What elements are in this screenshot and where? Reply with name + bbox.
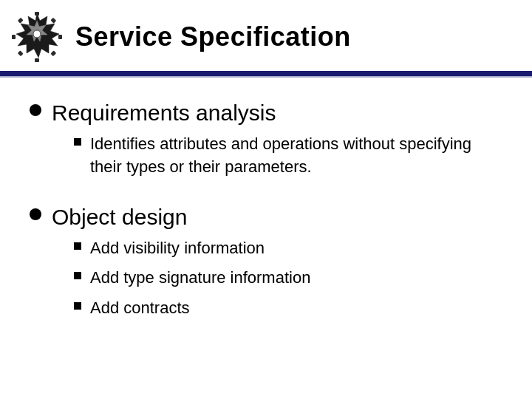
svg-rect-3: [35, 12, 39, 16]
sub-dot-contracts: [74, 302, 81, 310]
svg-rect-8: [18, 50, 24, 56]
bullet-dot-requirements: [30, 104, 41, 116]
requirements-sub-bullets: Identifies attributes and operations wit…: [74, 133, 502, 179]
sub-text-visibility: Add visibility information: [90, 237, 265, 260]
svg-rect-4: [50, 18, 56, 24]
svg-rect-6: [50, 50, 56, 56]
slide-content: Requirements analysis Identifies attribu…: [0, 78, 532, 399]
object-design-label: Object design: [52, 202, 502, 231]
object-design-sub-bullets: Add visibility information Add type sign…: [74, 237, 502, 320]
requirements-label: Requirements analysis: [52, 98, 502, 127]
sub-text-type-sig: Add type signature information: [90, 267, 310, 290]
svg-rect-7: [35, 58, 39, 62]
logo: [10, 10, 64, 64]
sub-text-contracts: Add contracts: [90, 297, 190, 320]
svg-rect-9: [12, 35, 16, 39]
sub-bullet-contracts: Add contracts: [74, 297, 502, 320]
bullet-requirements: Requirements analysis Identifies attribu…: [30, 98, 502, 186]
svg-rect-10: [18, 18, 24, 24]
sub-dot-type-sig: [74, 272, 81, 279]
slide: Service Specification Requirements analy…: [0, 0, 532, 399]
sub-bullet-identifies: Identifies attributes and operations wit…: [74, 133, 502, 179]
bullet-dot-object-design: [30, 208, 41, 220]
sub-dot-visibility: [74, 242, 81, 250]
bullet-object-design: Object design Add visibility information…: [30, 202, 502, 327]
sub-dot-identifies: [74, 138, 81, 146]
slide-header: Service Specification: [0, 0, 532, 73]
sub-bullet-visibility: Add visibility information: [74, 237, 502, 260]
sub-text-identifies: Identifies attributes and operations wit…: [90, 133, 502, 179]
slide-title: Service Specification: [75, 21, 351, 52]
svg-point-2: [33, 30, 41, 38]
svg-rect-5: [58, 35, 62, 39]
sub-bullet-type-sig: Add type signature information: [74, 267, 502, 290]
